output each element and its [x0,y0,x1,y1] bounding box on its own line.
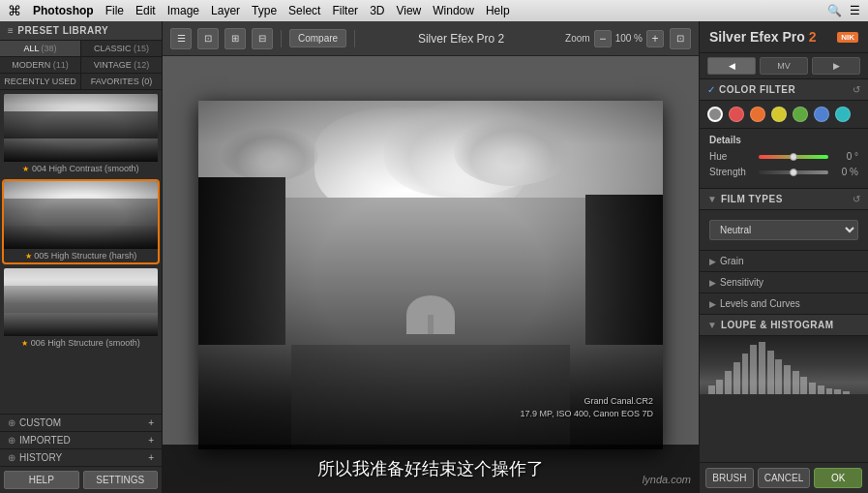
image-canvas[interactable]: Grand Canal.CR2 17.9 MP, ISO 400, Canon … [163,56,699,493]
hue-thumb[interactable] [790,153,797,161]
search-icon[interactable]: 🔍 [827,4,842,17]
left-panel: ≡ PRESET LIBRARY ALL (38) CLASSIC (15) M… [0,21,163,493]
custom-add-icon: + [148,417,154,428]
view-mode-1-button[interactable]: ☰ [170,28,192,49]
menu-edit[interactable]: Edit [135,4,156,17]
hist-bar-12 [800,377,807,394]
right-header: Silver Efex Pro 2 NIK [700,21,868,53]
preset-filter-row-3: RECENTLY USED FAVORITES (0) [0,74,162,90]
sensitivity-item[interactable]: ▶ Sensitivity [700,272,868,293]
loupe-histogram-header[interactable]: ▼ LOUPE & HISTOGRAM [700,315,868,336]
hue-label: Hue [709,151,753,162]
right-nav: ◀ MV ▶ [700,53,868,79]
hist-bar-14 [818,385,824,394]
menu-window[interactable]: Window [433,4,474,17]
toolbar-separator [281,30,282,47]
preset-filter-row-1: ALL (38) CLASSIC (15) [0,41,162,57]
color-filter-content: Details Hue 0 ° Strength 0 % [700,129,868,189]
grain-item[interactable]: ▶ Grain [700,251,868,272]
hist-bar-2 [716,380,723,394]
details-label: Details [709,135,858,145]
color-cyan[interactable] [835,107,851,122]
menu-help[interactable]: Help [486,4,510,17]
nav-btn-2[interactable]: MV [760,57,808,75]
preset-label-1: ★ 004 High Contrast (smooth) [4,162,158,175]
settings-button[interactable]: SETTINGS [83,471,159,489]
menu-file[interactable]: File [105,4,124,17]
strength-thumb[interactable] [790,169,797,176]
loupe-title: LOUPE & HISTOGRAM [721,320,860,330]
menu-3d[interactable]: 3D [370,4,384,17]
nav-btn-3[interactable]: ▶ [812,57,860,75]
film-types-section-header[interactable]: ▼ FILM TYPES ↺ [700,189,868,210]
hist-bar-16 [834,389,841,394]
color-green[interactable] [793,107,808,122]
menu-options-icon[interactable]: ☰ [850,4,860,17]
color-red[interactable] [729,107,744,122]
color-orange[interactable] [750,107,765,122]
preset-item-1[interactable]: ★ 004 High Contrast (smooth) [4,94,158,175]
menu-image[interactable]: Image [167,4,199,17]
strength-row: Strength 0 % [709,167,858,177]
film-types-content: Neutral Agfa APX 100 Kodak T-Max 100 [700,210,868,251]
filter-classic[interactable]: CLASSIC (15) [81,41,162,56]
library-title: PRESET LIBRARY [17,25,108,36]
preset-filter-row-2: MODERN (11) VINTAGE (12) [0,57,162,74]
preset-label-2: ★ 005 High Structure (harsh) [4,249,158,262]
filter-recently-used[interactable]: RECENTLY USED [0,74,81,89]
nav-btn-1[interactable]: ◀ [707,57,756,75]
center-area: ☰ ⊡ ⊞ ⊟ Compare Silver Efex Pro 2 Zoom −… [163,21,699,493]
hist-bar-9 [775,359,782,394]
color-yellow[interactable] [771,107,787,122]
loupe-arrow-icon: ▼ [707,320,717,330]
caption-line-1: Grand Canal.CR2 [521,395,653,408]
filter-vintage[interactable]: VINTAGE (12) [81,57,162,73]
zoom-in-button[interactable]: + [646,30,664,47]
preset-item-2[interactable]: ★ 005 High Structure (harsh) [4,181,158,262]
view-mode-3-button[interactable]: ⊞ [224,28,246,49]
ok-button[interactable]: OK [814,468,862,488]
color-blue[interactable] [814,107,829,122]
brush-button[interactable]: BRUSH [705,468,754,488]
fit-button[interactable]: ⊡ [670,28,691,49]
history-row[interactable]: ⊕ HISTORY + [0,449,162,467]
nik-badge: NIK [837,32,858,43]
reset-icon[interactable]: ↺ [853,84,860,95]
app-name: Photoshop [33,4,94,17]
preset-item-3[interactable]: ★ 006 High Structure (smooth) [4,268,158,350]
history-icon: ⊕ [8,452,15,463]
zoom-out-button[interactable]: − [594,30,612,47]
film-reset-icon[interactable]: ↺ [853,194,860,204]
menu-select[interactable]: Select [288,4,320,17]
menu-layer[interactable]: Layer [211,4,240,17]
custom-label: CUSTOM [19,417,61,428]
menu-filter[interactable]: Filter [332,4,358,17]
filter-favorites[interactable]: FAVORITES (0) [81,74,162,89]
right-panel: Silver Efex Pro 2 NIK ◀ MV ▶ ✓ COLOR FIL… [699,21,868,493]
strength-slider[interactable] [759,170,828,174]
imported-row[interactable]: ⊕ IMPORTED + [0,432,162,449]
view-mode-2-button[interactable]: ⊡ [197,28,219,49]
filter-modern[interactable]: MODERN (11) [0,57,81,73]
menu-view[interactable]: View [396,4,421,17]
cancel-button[interactable]: CANCEL [758,468,811,488]
hue-slider[interactable] [759,155,828,159]
film-type-row: Neutral Agfa APX 100 Kodak T-Max 100 [709,216,858,244]
film-select[interactable]: Neutral Agfa APX 100 Kodak T-Max 100 [709,220,858,240]
hist-bar-13 [809,383,816,394]
view-mode-4-button[interactable]: ⊟ [252,28,273,49]
help-button[interactable]: HELP [4,471,79,489]
menu-type[interactable]: Type [252,4,277,17]
color-gray[interactable] [707,107,723,122]
color-filter-section-header[interactable]: ✓ COLOR FILTER ↺ [700,79,868,101]
apple-menu[interactable]: ⌘ [8,3,21,18]
imported-label: IMPORTED [19,435,71,446]
preset-thumb-2 [4,181,158,249]
custom-row[interactable]: ⊕ CUSTOM + [0,415,162,432]
film-arrow-icon: ▼ [707,194,717,204]
compare-button[interactable]: Compare [289,29,346,47]
hist-bar-4 [733,362,740,394]
filter-all[interactable]: ALL (38) [0,41,81,56]
levels-curves-item[interactable]: ▶ Levels and Curves [700,293,868,315]
hamburger-icon: ≡ [8,25,14,36]
